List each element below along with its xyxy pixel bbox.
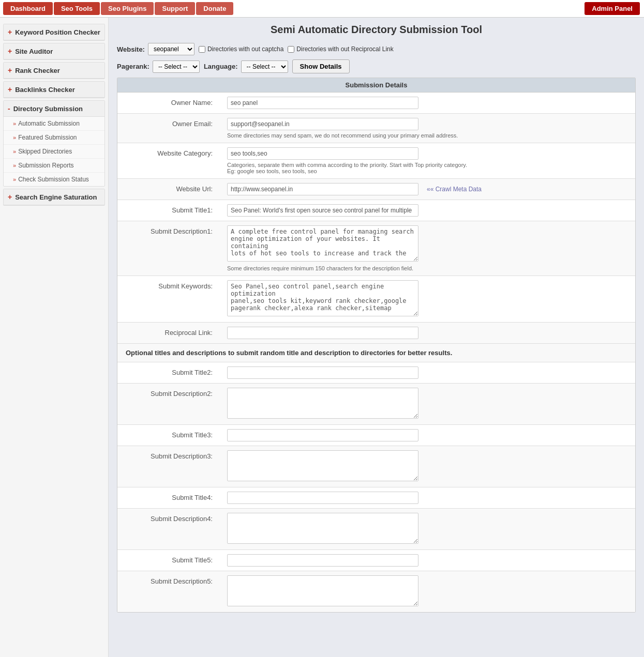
- toggle-icon: +: [8, 85, 12, 94]
- website-category-note: Categories, separate them with comma acc…: [227, 162, 629, 174]
- form-row-submit-title2: Submit Title2:: [117, 362, 635, 384]
- form-row-submit-desc1: Submit Description1: A complete free con…: [117, 221, 635, 276]
- controls-row: Website: seopanel Directories with out c…: [117, 43, 636, 55]
- show-details-button[interactable]: Show Details: [292, 59, 350, 73]
- sidebar-item-submission-reports[interactable]: » Submission Reports: [4, 159, 104, 173]
- sidebar-item-featured-submission[interactable]: » Featured Submission: [4, 131, 104, 145]
- form-row-submit-desc4: Submit Description4:: [117, 509, 635, 550]
- nav-support[interactable]: Support: [155, 2, 195, 15]
- submit-title2-input[interactable]: [227, 366, 418, 379]
- sidebar-item-label: Featured Submission: [18, 134, 77, 141]
- arrow-icon: »: [13, 134, 16, 141]
- website-category-label: Website Category:: [117, 143, 221, 163]
- submit-desc1-note: Some directories require minimum 150 cha…: [227, 265, 629, 271]
- submit-keywords-content: Seo Panel,seo control panel,search engin…: [221, 276, 635, 322]
- nav-dashboard[interactable]: Dashboard: [3, 2, 53, 15]
- submit-keywords-textarea[interactable]: Seo Panel,seo control panel,search engin…: [227, 280, 418, 316]
- nav-seo-plugins[interactable]: Seo Plugins: [101, 2, 154, 15]
- crawl-meta-data-link[interactable]: «« Crawl Meta Data: [427, 186, 482, 193]
- language-label: Language:: [204, 63, 238, 70]
- page-title: Semi Automatic Directory Submission Tool: [117, 24, 636, 36]
- sidebar: + Keyword Position Checker + Site Audito…: [0, 18, 109, 657]
- sidebar-section-directory: - Directory Submission » Automatic Submi…: [3, 100, 105, 187]
- sidebar-item-skipped-directories[interactable]: » Skipped Directories: [4, 145, 104, 159]
- submit-desc4-textarea[interactable]: [227, 513, 418, 544]
- checkbox-captcha[interactable]: [199, 46, 205, 53]
- nav-donate[interactable]: Donate: [196, 2, 233, 15]
- pagerank-select[interactable]: -- Select --: [153, 60, 200, 73]
- sidebar-item-check-submission-status[interactable]: » Check Submission Status: [4, 173, 104, 186]
- sidebar-item-label: Submission Reports: [18, 162, 73, 169]
- submission-details-panel: Submission Details Owner Name: Owner Ema…: [117, 78, 636, 613]
- submit-desc2-textarea[interactable]: [227, 388, 418, 419]
- admin-panel-button[interactable]: Admin Panel: [585, 2, 640, 15]
- website-category-input[interactable]: [227, 147, 418, 160]
- form-row-submit-title5: Submit Title5:: [117, 550, 635, 571]
- sidebar-item-automatic-submission[interactable]: » Automatic Submission: [4, 117, 104, 131]
- sidebar-keyword-header[interactable]: + Keyword Position Checker: [4, 24, 104, 40]
- sidebar-item-label: Check Submission Status: [18, 176, 89, 183]
- website-category-content: Categories, separate them with comma acc…: [221, 143, 635, 178]
- submit-desc1-label: Submit Description1:: [117, 221, 221, 241]
- website-url-input[interactable]: [227, 183, 418, 195]
- sidebar-backlinks-header[interactable]: + Backlinks Checker: [4, 82, 104, 98]
- submit-title1-label: Submit Title1:: [117, 200, 221, 220]
- form-row-reciprocal-link: Reciprocal Link:: [117, 323, 635, 344]
- pagerank-label: Pagerank:: [117, 63, 149, 70]
- website-url-label: Website Url:: [117, 179, 221, 199]
- submit-desc3-label: Submit Description3:: [117, 446, 221, 466]
- reciprocal-link-input[interactable]: [227, 327, 418, 339]
- submit-title3-label: Submit Title3:: [117, 425, 221, 445]
- sidebar-directory-label: Directory Submission: [13, 105, 83, 113]
- arrow-icon: »: [13, 120, 16, 127]
- sidebar-rank-checker-header[interactable]: + Rank Checker: [4, 63, 104, 79]
- submit-desc5-textarea[interactable]: [227, 575, 418, 606]
- submit-title3-input[interactable]: [227, 429, 418, 441]
- submit-title2-label: Submit Title2:: [117, 362, 221, 383]
- owner-name-input[interactable]: [227, 97, 418, 109]
- website-control: Website: seopanel: [117, 43, 194, 55]
- form-row-owner-email: Owner Email: Some directories may send s…: [117, 114, 635, 143]
- submit-title2-content: [221, 362, 635, 383]
- form-row-submit-desc5: Submit Description5:: [117, 571, 635, 612]
- toggle-icon: +: [8, 66, 12, 74]
- owner-email-note: Some directories may send spam, we do no…: [227, 132, 629, 139]
- sidebar-item-label: Automatic Submission: [18, 120, 80, 127]
- owner-email-label: Owner Email:: [117, 114, 221, 134]
- form-row-submit-title3: Submit Title3:: [117, 425, 635, 446]
- form-row-submit-desc2: Submit Description2:: [117, 384, 635, 425]
- arrow-icon: »: [13, 176, 16, 182]
- arrow-icon: »: [13, 162, 16, 169]
- checkbox-captcha-label: Directories with out captcha: [207, 45, 283, 53]
- checkbox-reciprocal-label: Directories with out Reciprocal Link: [296, 45, 393, 53]
- website-label: Website:: [117, 45, 145, 53]
- form-row-submit-desc3: Submit Description3:: [117, 446, 635, 487]
- sidebar-section-backlinks: + Backlinks Checker: [3, 81, 105, 98]
- submit-title4-input[interactable]: [227, 492, 418, 504]
- sidebar-site-auditor-header[interactable]: + Site Auditor: [4, 43, 104, 59]
- submit-desc3-textarea[interactable]: [227, 450, 418, 481]
- submit-title1-input[interactable]: [227, 204, 418, 217]
- submit-title3-content: [221, 425, 635, 446]
- submit-desc1-textarea[interactable]: A complete free control panel for managi…: [227, 225, 418, 262]
- sidebar-directory-header[interactable]: - Directory Submission: [4, 101, 104, 117]
- sidebar-search-engine-label: Search Engine Saturation: [15, 193, 97, 201]
- top-nav: Dashboard Seo Tools Seo Plugins Support …: [0, 0, 644, 18]
- submit-title1-content: [221, 200, 635, 221]
- nav-seo-tools[interactable]: Seo Tools: [54, 2, 100, 15]
- sidebar-keyword-label: Keyword Position Checker: [15, 28, 100, 36]
- owner-email-input[interactable]: [227, 118, 418, 130]
- language-select[interactable]: -- Select --: [241, 60, 288, 73]
- submit-title5-input[interactable]: [227, 554, 418, 567]
- sidebar-rank-checker-label: Rank Checker: [15, 67, 60, 74]
- form-row-website-url: Website Url: «« Crawl Meta Data: [117, 179, 635, 200]
- submit-keywords-label: Submit Keywords:: [117, 276, 221, 296]
- form-row-owner-name: Owner Name:: [117, 93, 635, 114]
- owner-name-content: [221, 93, 635, 113]
- sidebar-backlinks-label: Backlinks Checker: [15, 86, 75, 94]
- website-select[interactable]: seopanel: [148, 43, 194, 55]
- sidebar-search-engine-header[interactable]: + Search Engine Saturation: [4, 189, 104, 205]
- checkbox-reciprocal[interactable]: [288, 46, 294, 53]
- submit-desc4-content: [221, 509, 635, 549]
- reciprocal-link-label: Reciprocal Link:: [117, 323, 221, 343]
